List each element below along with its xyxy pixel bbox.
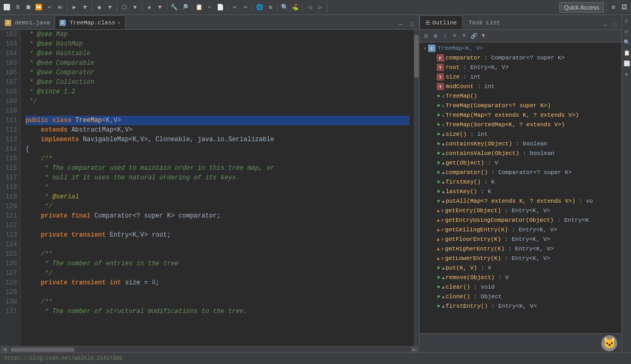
toolbar-icon-8[interactable]: ▼ — [80, 3, 90, 12]
tree-item-comparator-method[interactable]: ● ▲ comparator() : Comparator<? super K> — [420, 168, 621, 177]
tree-item-getentryusingcomp[interactable]: ▲ F getEntryUsingComparator(Object) : En… — [420, 215, 621, 225]
tree-item-getentry[interactable]: ▲ F getEntry(Object) : Entry<K, V> — [420, 206, 621, 215]
tab-demo1[interactable]: J demo1.java — [0, 15, 55, 29]
tree-item-lastkey[interactable]: ● ▲ lastKey() : K — [420, 187, 621, 196]
tree-item-firstkey[interactable]: ● ▲ firstKey() : K — [420, 177, 621, 187]
outline-tree[interactable]: ▼ C TreeMap<K, V> Ff comparator : Compar… — [420, 42, 621, 333]
tree-item-firstentry[interactable]: ● ▲ firstEntry() : Entry<K, V> — [420, 301, 621, 311]
toolbar-icon-1[interactable]: ⬜ — [2, 3, 12, 12]
toolbar-icon-23[interactable]: ⚙ — [266, 3, 275, 12]
tab-task-list[interactable]: Task List — [463, 15, 506, 29]
tab-outline[interactable]: ☰ Outline — [420, 15, 463, 29]
tree-item-remove[interactable]: ● ▲ remove(Object) : V — [420, 273, 621, 282]
outline-collapse-all[interactable]: ⊟ — [422, 32, 430, 40]
vscrollbar-thumb[interactable] — [414, 35, 419, 77]
size-method-badge: ▲ — [442, 132, 445, 137]
main-toolbar: ⬜ ⏸ ⏹ ⏩ ↩ ⏯ ▶ ▼ ◉ ▼ ⬡ ▼ ◈ ▼ 🔧 🔎 📋 ✂ 📄 ↩ … — [0, 0, 631, 15]
tree-item-root[interactable]: T root : Entry<K, V> — [420, 63, 621, 72]
panel-maximize-btn[interactable]: □ — [611, 21, 619, 29]
toolbar-icon-19[interactable]: 📄 — [216, 3, 225, 12]
toolbar-icon-22[interactable]: 🌐 — [255, 3, 265, 12]
panel-minimize-btn[interactable]: — — [601, 21, 610, 29]
toolbar-icon-25[interactable]: ⛳ — [291, 3, 300, 12]
tree-item-clear[interactable]: ● ▲ clear() : void — [420, 282, 621, 292]
hscrollbar-thumb[interactable] — [11, 348, 74, 352]
root-expand-icon[interactable]: ▼ — [422, 45, 428, 51]
tree-item-containsvalue[interactable]: ● ▲ containsValue(Object) : boolean — [420, 149, 621, 158]
outline-settings[interactable]: ▼ — [479, 32, 488, 40]
tree-item-containskey[interactable]: ● ▲ containsKey(Object) : boolean — [420, 139, 621, 149]
toolbar-icon-11[interactable]: ⬡ — [120, 3, 129, 12]
lastkey-icon: ● — [437, 188, 440, 195]
outline-hide-static[interactable]: ≡ — [460, 32, 468, 40]
side-icon-2[interactable]: ⚙ — [623, 28, 631, 36]
toolbar-icon-16[interactable]: 🔎 — [180, 3, 190, 12]
tree-item-put[interactable]: ● ▲ put(K, V) : V — [420, 263, 621, 273]
side-icon-5[interactable]: ⬜ — [623, 59, 631, 68]
toolbar-icon-12[interactable]: ▼ — [130, 3, 140, 12]
tab-treemap[interactable]: C TreeMap.class ✕ — [55, 15, 125, 29]
toolbar-icon-2[interactable]: ⏸ — [13, 3, 22, 12]
getceilingentry-badge: F — [441, 228, 444, 232]
outline-filter[interactable]: ⊞ — [431, 32, 440, 40]
toolbar-icon-29[interactable]: 🖼 — [619, 3, 629, 12]
getentry-expand — [432, 207, 437, 214]
toolbar-icon-5[interactable]: ↩ — [45, 3, 54, 12]
hscroll-left[interactable]: ◀ — [1, 347, 8, 352]
toolbar-icon-17[interactable]: 📋 — [194, 3, 204, 12]
toolbar-icon-3[interactable]: ⏹ — [23, 3, 33, 12]
toolbar-icon-9[interactable]: ◉ — [95, 3, 104, 12]
tree-item-constructor4[interactable]: ● c TreeMap(SortedMap<K, ? extends V>) — [420, 120, 621, 129]
outline-hide-fields[interactable]: ≡ — [450, 32, 459, 40]
toolbar-icon-7[interactable]: ▶ — [70, 3, 79, 12]
size-method-expand — [432, 131, 437, 137]
tree-item-get[interactable]: ● ▲ get(Object) : V — [420, 158, 621, 168]
toolbar-icon-13[interactable]: ◈ — [144, 3, 154, 12]
toolbar-icon-6[interactable]: ⏯ — [55, 3, 65, 12]
tab-close-treemap[interactable]: ✕ — [117, 20, 121, 26]
toolbar-icon-28[interactable]: ⊞ — [609, 3, 618, 12]
tree-item-comparator[interactable]: Ff comparator : Comparator<? super K> — [420, 53, 621, 63]
editor-hscrollbar[interactable]: ◀ ▶ — [0, 346, 419, 352]
toolbar-icon-15[interactable]: 🔧 — [169, 3, 179, 12]
toolbar-icon-27[interactable]: ▷ — [316, 3, 325, 12]
side-icon-1[interactable]: ≡ — [623, 17, 631, 25]
toolbar-icon-26[interactable]: ◁ — [305, 3, 314, 12]
tree-item-constructor1[interactable]: ● c TreeMap() — [420, 91, 621, 101]
tree-item-getlowerentry[interactable]: ▲ F getLowerEntry(K) : Entry<K, V> — [420, 254, 621, 263]
toolbar-icon-24[interactable]: 🔍 — [280, 3, 289, 12]
outline-link-editor[interactable]: 🔗 — [470, 32, 478, 40]
toolbar-icon-18[interactable]: ✂ — [205, 3, 215, 12]
toolbar-icon-14[interactable]: ▼ — [155, 3, 165, 12]
tab-minimize-btn[interactable]: — — [396, 20, 405, 29]
tree-item-putall[interactable]: ● ▲ putAll(Map<? extends K, ? extends V>… — [420, 196, 621, 206]
editor-vscrollbar[interactable] — [414, 30, 419, 346]
clear-expand — [432, 284, 437, 290]
tab-label-treemap: TreeMap.class — [70, 20, 115, 26]
size-method-label: size() : int — [446, 131, 488, 137]
getlowerentry-icon: ▲ — [437, 256, 440, 262]
outline-sort[interactable]: ↕ — [441, 32, 449, 40]
code-line-116: * The comparator used to maintain order … — [25, 163, 410, 173]
tree-item-size-field[interactable]: T size : int — [420, 72, 621, 82]
tree-item-constructor2[interactable]: ● c TreeMap(Comparator<? super K>) — [420, 101, 621, 110]
tree-item-size-method[interactable]: ● ▲ size() : int — [420, 129, 621, 139]
tree-root-item[interactable]: ▼ C TreeMap<K, V> — [420, 44, 621, 53]
hscroll-right[interactable]: ▶ — [411, 347, 418, 352]
side-icon-4[interactable]: 📋 — [623, 49, 631, 57]
side-icon-6[interactable]: ◈ — [623, 70, 631, 79]
toolbar-icon-20[interactable]: ↩ — [230, 3, 240, 12]
toolbar-icon-4[interactable]: ⏩ — [34, 3, 44, 12]
toolbar-icon-10[interactable]: ▼ — [105, 3, 115, 12]
side-icon-3[interactable]: 🔍 — [623, 38, 631, 47]
tree-item-constructor3[interactable]: ● c TreeMap(Map<? extends K, ? extends V… — [420, 110, 621, 120]
toolbar-icon-21[interactable]: ↪ — [241, 3, 250, 12]
tree-item-gethigherentry[interactable]: ▲ F getHigherEntry(K) : Entry<K, V> — [420, 244, 621, 254]
tab-maximize-btn[interactable]: □ — [407, 20, 417, 29]
tree-item-modcount[interactable]: T modCount : int — [420, 82, 621, 91]
tree-item-getceilingentry[interactable]: ▲ F getCeilingEntry(K) : Entry<K, V> — [420, 225, 621, 235]
tree-item-getfloorentry[interactable]: ▲ F getFloorEntry(K) : Entry<K, V> — [420, 235, 621, 244]
quick-access-button[interactable]: Quick Access — [559, 2, 604, 13]
code-area[interactable]: * @see Map * @see HashMap * @see Hashtab… — [21, 30, 414, 346]
tree-item-clone[interactable]: ● ▲ clone() : Object — [420, 292, 621, 301]
